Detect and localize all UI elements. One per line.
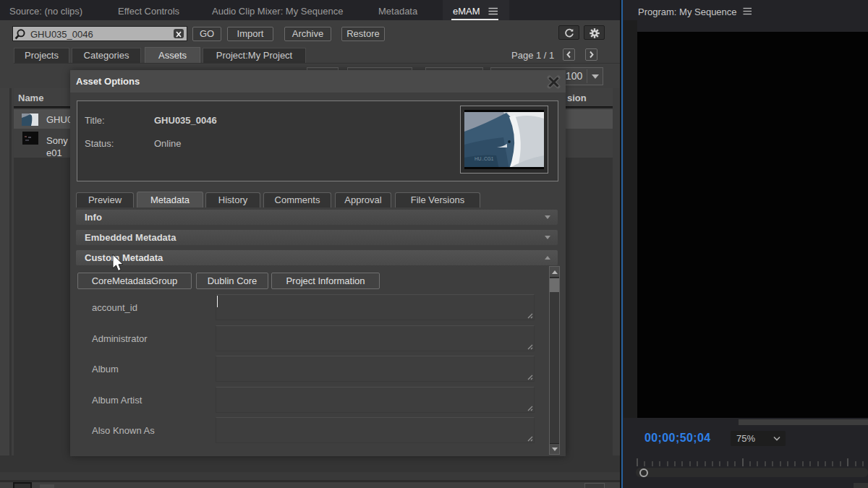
svg-text:HU..CG1: HU..CG1: [475, 156, 494, 161]
